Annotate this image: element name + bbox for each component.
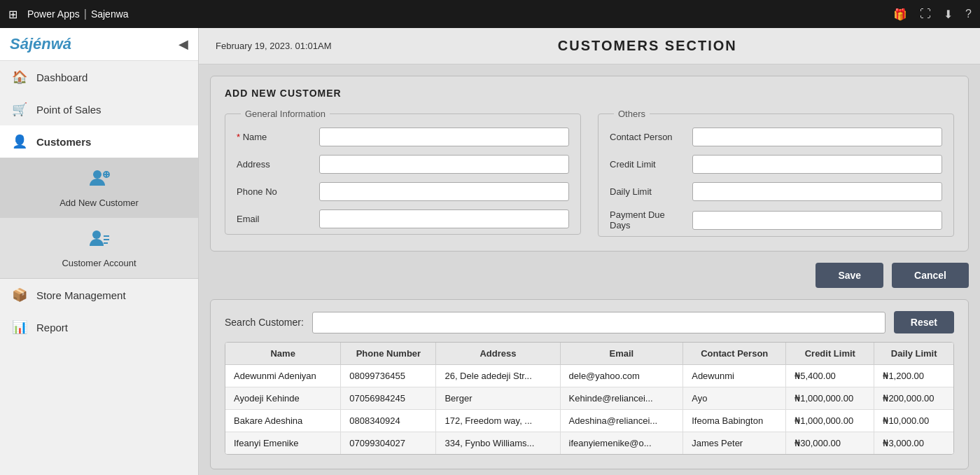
resize-icon[interactable]: ⛶ [920,8,931,20]
search-input[interactable] [312,312,886,333]
address-label: Address [237,159,314,170]
save-button[interactable]: Save [816,263,883,288]
cell-phone: 0808340924 [341,410,436,432]
contact-person-input[interactable] [692,128,942,146]
search-row: Search Customer: Reset [225,311,954,333]
email-label: Email [237,214,314,224]
cell-phone: 08099736455 [341,365,436,387]
cell-credit_limit: ₦1,000,000.00 [786,410,874,432]
sidebar-item-label-customers: Customers [36,136,91,148]
sidebar-item-label-store: Store Management [36,289,126,301]
search-table-card: Search Customer: Reset Name Phone Number… [210,299,969,469]
customer-account-icon [88,228,111,255]
credit-limit-row: Credit Limit [610,155,942,174]
cell-phone: 07099304027 [341,432,436,455]
topbar-separator: | [84,8,87,20]
sidebar-item-report[interactable]: 📊 Report [0,311,198,343]
action-row: Save Cancel [210,263,969,288]
main-layout: Sájénwá ◀ 🏠 Dashboard 🛒 Point of Sales 👤… [0,28,980,475]
general-info-section: General Information * Name Address Phone… [225,109,581,237]
cell-name: Ifeanyi Emenike [225,432,341,455]
others-section: Others Contact Person Credit Limit Daily… [598,109,954,237]
app-name: Power Apps [27,8,80,20]
col-name: Name [225,343,341,365]
contact-person-label: Contact Person [610,132,687,142]
table-row[interactable]: Bakare Adeshina0808340924172, Freedom wa… [225,410,953,432]
cell-credit_limit: ₦1,000,000.00 [786,387,874,410]
company-name: Sajenwa [91,8,129,20]
email-input[interactable] [319,209,569,228]
reset-button[interactable]: Reset [894,311,954,333]
col-daily: Daily Limit [874,343,953,365]
content-area: February 19, 2023. 01:01AM CUSTOMERS SEC… [199,28,980,475]
cancel-button[interactable]: Cancel [892,263,969,288]
sidebar-nav: 🏠 Dashboard 🛒 Point of Sales 👤 Customers [0,61,198,475]
search-label: Search Customer: [225,317,304,328]
topbar: ⊞ Power Apps | Sajenwa 🎁 ⛶ ⬇ ? [0,0,980,28]
cell-email: ifeanyiemenike@o... [560,432,683,455]
daily-limit-row: Daily Limit [610,182,942,201]
address-row: Address [237,155,569,174]
col-email: Email [560,343,683,365]
collapse-icon[interactable]: ◀ [178,36,188,52]
sidebar-item-point-of-sales[interactable]: 🛒 Point of Sales [0,93,198,125]
others-fieldset: Others Contact Person Credit Limit Daily… [598,109,954,237]
table-row[interactable]: Adewunmi Adeniyan0809973645526, Dele ade… [225,365,953,387]
cell-address: 334, Fynbo Williams... [436,432,560,455]
table-row[interactable]: Ifeanyi Emenike07099304027334, Fynbo Wil… [225,432,953,455]
sidebar-item-dashboard[interactable]: 🏠 Dashboard [0,61,198,93]
payment-due-input[interactable] [692,211,942,230]
help-icon[interactable]: ? [965,8,972,20]
cell-contact_person: Adewunmi [683,365,786,387]
gift-icon[interactable]: 🎁 [893,8,907,21]
col-contact: Contact Person [683,343,786,365]
download-icon[interactable]: ⬇ [944,8,953,21]
phone-input[interactable] [319,182,569,201]
cell-contact_person: Ayo [683,387,786,410]
grid-menu-icon[interactable]: ⊞ [8,8,18,21]
content-header: February 19, 2023. 01:01AM CUSTOMERS SEC… [199,28,980,64]
table-header: Name Phone Number Address Email Contact … [225,343,953,365]
svg-point-0 [93,170,102,179]
sidebar-header: Sájénwá ◀ [0,28,198,61]
sidebar-sub-customer-account[interactable]: Customer Account [0,218,198,278]
sidebar-item-label-dashboard: Dashboard [36,71,88,83]
sidebar-item-customers[interactable]: 👤 Customers [0,125,198,158]
payment-due-label: Payment Due Days [610,209,687,230]
form-sections: General Information * Name Address Phone… [225,109,954,237]
table-body: Adewunmi Adeniyan0809973645526, Dele ade… [225,365,953,455]
customers-icon: 👤 [11,134,28,149]
cell-contact_person: Ifeoma Babington [683,410,786,432]
address-input[interactable] [319,155,569,174]
sidebar-sub-customers: Add New Customer Customer Account [0,158,198,279]
name-input[interactable] [319,128,569,146]
report-icon: 📊 [11,319,28,335]
cell-daily_limit: ₦10,000.00 [874,410,953,432]
daily-limit-input[interactable] [692,182,942,201]
contact-person-row: Contact Person [610,128,942,146]
sidebar-item-label-pos: Point of Sales [36,104,102,116]
customers-table-wrapper: Name Phone Number Address Email Contact … [225,342,954,455]
daily-limit-label: Daily Limit [610,186,687,197]
content-body: ADD NEW CUSTOMER General Information * N… [199,64,980,475]
store-icon: 📦 [11,287,28,303]
cell-name: Ayodeji Kehinde [225,387,341,410]
cell-email: dele@yahoo.com [560,365,683,387]
name-label: * Name [237,132,314,142]
general-info-fieldset: General Information * Name Address Phone… [225,109,581,235]
cell-credit_limit: ₦5,400.00 [786,365,874,387]
cell-contact_person: James Peter [683,432,786,455]
add-customer-icon [88,167,111,195]
sidebar: Sájénwá ◀ 🏠 Dashboard 🛒 Point of Sales 👤… [0,28,199,475]
cell-address: Berger [436,387,560,410]
cell-address: 172, Freedom way, ... [436,410,560,432]
svg-point-4 [92,230,101,239]
sidebar-item-store-management[interactable]: 📦 Store Management [0,279,198,311]
add-customer-card: ADD NEW CUSTOMER General Information * N… [210,76,969,252]
pos-icon: 🛒 [11,102,28,117]
col-credit: Credit Limit [786,343,874,365]
table-row[interactable]: Ayodeji Kehinde07056984245BergerKehinde@… [225,387,953,410]
cell-address: 26, Dele adedeji Str... [436,365,560,387]
credit-limit-input[interactable] [692,155,942,174]
sidebar-sub-add-customer[interactable]: Add New Customer [0,158,198,218]
